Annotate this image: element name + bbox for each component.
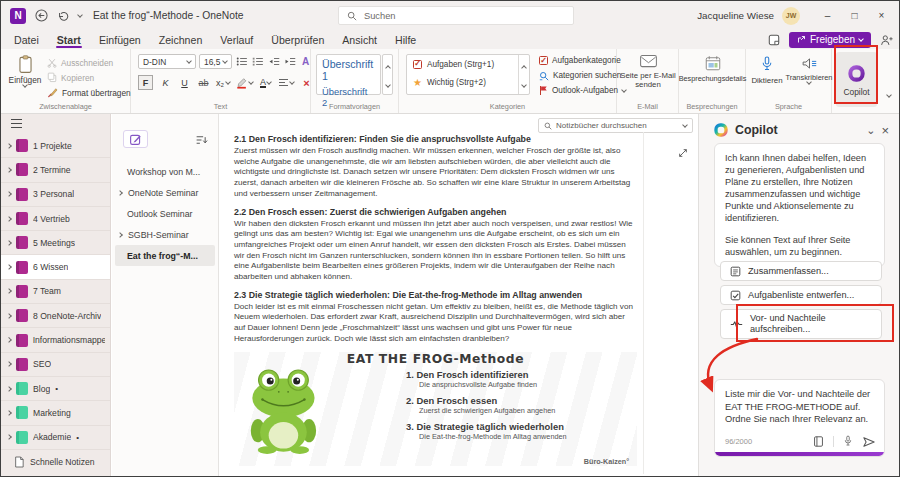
page-item-outlook-seminar[interactable]: Outlook Seminar [112, 203, 218, 224]
font-color-button[interactable]: A [259, 75, 272, 90]
close-button[interactable]: × [868, 10, 895, 21]
underline-button[interactable]: U [178, 75, 191, 90]
sidebar-item-projekte[interactable]: 1 Projekte [1, 134, 110, 158]
copilot-prompt-input[interactable]: Liste mir die Vor- und Nachteile der EAT… [714, 379, 885, 457]
page-item-eat-the-frog-selected[interactable]: Eat the frog“-M... [115, 245, 215, 266]
italic-button[interactable]: K [159, 75, 172, 90]
format-painter-button[interactable]: Format übertragen [47, 85, 131, 100]
draft-todo-list-button[interactable]: Aufgabenliste entwerfen... [720, 285, 882, 305]
numbered-list-icon[interactable] [251, 54, 264, 69]
page-item-sgbh-seminar[interactable]: SGBH-Seminar [112, 224, 218, 245]
paste-button[interactable]: Einfügen [7, 54, 43, 87]
hamburger-icon[interactable] [11, 119, 22, 128]
tag-wichtig[interactable]: ★ Wichtig (Strg+2) [407, 73, 529, 91]
expand-icon[interactable] [678, 144, 688, 162]
strikethrough-button[interactable]: ab [197, 75, 210, 90]
font-name-select[interactable]: D-DIN [138, 54, 196, 69]
tag-search-button[interactable]: Kategorien suchen [539, 68, 626, 83]
menu-einfuegen[interactable]: Einfügen [90, 30, 150, 49]
sidebar-item-akademie[interactable]: Akademie• [1, 426, 110, 450]
font-size-select[interactable]: 16,5 [199, 54, 232, 69]
scissors-icon [47, 58, 57, 68]
bold-button[interactable]: F [138, 75, 153, 90]
copilot-button[interactable]: Copilot [836, 52, 877, 107]
page-item-workshop[interactable]: Workshop von M... [112, 161, 218, 182]
side-note-icon[interactable] [768, 34, 780, 46]
sidebar-item-marketing[interactable]: Marketing [1, 401, 110, 425]
copilot-close-icon[interactable]: × [881, 123, 889, 138]
cut-button[interactable]: Ausschneiden [47, 55, 131, 70]
menu-start[interactable]: Start [48, 30, 90, 49]
section-body: Zuerst müssen wir den Frosch ausfindig m… [234, 146, 637, 200]
char-counter: 96/2000 [725, 437, 804, 446]
menu-ansicht[interactable]: Ansicht [333, 30, 386, 49]
prompt-text: Liste mir die Vor- und Nachteile der EAT… [715, 380, 884, 426]
indent-icon[interactable] [283, 54, 296, 69]
menu-ueberpruefen[interactable]: Überprüfen [262, 30, 333, 49]
dictate-button[interactable]: Diktieren [748, 55, 786, 85]
sidebar-item-team[interactable]: 7 Team [1, 280, 110, 304]
tags-scroll[interactable] [518, 55, 529, 94]
pros-cons-button[interactable]: Vor- und Nachteile aufschreiben... [720, 309, 882, 339]
menu-datei[interactable]: Datei [5, 30, 48, 49]
notebook-search-input[interactable]: Notizbücher durchsuchen [538, 118, 693, 133]
tags-gallery[interactable]: ✓ Aufgaben (Strg+1) ★ Wichtig (Strg+2) [406, 54, 530, 95]
section-body: Doch leider ist es mit einmal Froschesse… [234, 302, 637, 345]
sidebar-item-termine[interactable]: 2 Termine [1, 158, 110, 182]
chevron-down-icon[interactable] [78, 15, 82, 17]
sidebar-item-informationsmappe[interactable]: Informationsmappe... [1, 328, 110, 352]
onenote-app-icon[interactable]: N [10, 8, 26, 24]
summarize-button[interactable]: Zusammenfassen... [720, 261, 882, 281]
sidebar-item-personal[interactable]: 3 Personal [1, 183, 110, 207]
tag-category-button[interactable]: ✓ Aufgabenkategorie [539, 53, 626, 68]
sidebar-item-archiv[interactable]: 8 OneNote-Archiv [1, 304, 110, 328]
user-name[interactable]: Jacqueline Wiese [697, 10, 774, 21]
microphone-icon[interactable] [843, 435, 853, 448]
back-icon[interactable] [35, 9, 48, 22]
titlebar-search-input[interactable]: Suchen [338, 6, 574, 25]
notebook-icon [16, 309, 28, 322]
share-icon [797, 35, 806, 44]
infographic-credit: Büro-Kaizen° [584, 457, 629, 466]
avatar[interactable]: JW [782, 7, 800, 25]
search-icon [544, 122, 552, 130]
send-icon[interactable] [862, 436, 876, 448]
minimize-button[interactable]: – [814, 10, 841, 21]
meeting-details-button[interactable]: Besprechungsdetails [680, 54, 745, 83]
person-add-icon[interactable] [880, 34, 893, 46]
maximize-button[interactable]: □ [841, 10, 868, 21]
sort-icon[interactable] [195, 132, 208, 150]
email-page-button[interactable]: Seite per E-Mail senden [619, 54, 677, 89]
page-item-onenote-seminar[interactable]: OneNote Seminar [112, 182, 218, 203]
styles-scroll[interactable] [382, 54, 393, 95]
menu-verlauf[interactable]: Verlauf [211, 30, 262, 49]
copy-icon [47, 72, 57, 83]
tag-aufgaben[interactable]: ✓ Aufgaben (Strg+1) [407, 55, 529, 73]
transcribe-button[interactable]: Transkribieren [786, 55, 832, 84]
sidebar-item-blog[interactable]: Blog• [1, 377, 110, 401]
outlook-tasks-button[interactable]: Outlook-Aufgaben [539, 83, 626, 98]
note-text[interactable]: 2.1 Den Frosch identifizieren: Finden Si… [234, 134, 637, 466]
style-heading1[interactable]: Überschrift 1 [322, 58, 375, 82]
styles-gallery[interactable]: Überschrift 1 Überschrift 2 [316, 54, 381, 95]
prompt-library-icon[interactable] [813, 435, 824, 448]
subscript-button[interactable]: x₂ [216, 75, 230, 90]
copy-button[interactable]: Kopieren [47, 70, 131, 85]
menu-zeichnen[interactable]: Zeichnen [150, 30, 212, 49]
outdent-icon[interactable] [267, 54, 280, 69]
bullet-list-icon[interactable] [235, 54, 248, 69]
titlebar: N Eat the frog“-Methode - OneNote Suchen… [1, 1, 899, 30]
highlighter-button[interactable] [236, 75, 253, 90]
new-page-button[interactable] [123, 130, 148, 148]
menu-hilfe[interactable]: Hilfe [386, 30, 425, 49]
copilot-collapse-icon[interactable]: ⌄ [866, 124, 875, 137]
sidebar-item-meetings[interactable]: 5 Meetings [1, 231, 110, 255]
undo-icon[interactable] [57, 10, 69, 22]
sidebar-item-wissen-selected[interactable]: 6 Wissen [1, 255, 110, 279]
align-button[interactable] [278, 75, 294, 90]
ribbon-collapse-icon[interactable] [886, 92, 892, 98]
sidebar-item-vertrieb[interactable]: 4 Vertrieb [1, 207, 110, 231]
share-button[interactable]: Freigeben [789, 32, 871, 48]
quick-notes-button[interactable]: Schnelle Notizen [1, 453, 110, 471]
sidebar-item-seo[interactable]: SEO [1, 353, 110, 377]
